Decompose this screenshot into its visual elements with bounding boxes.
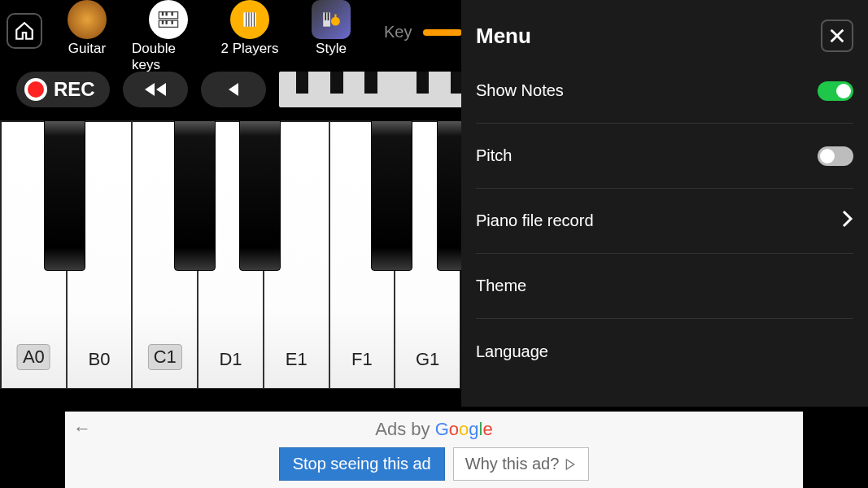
- menu-row-theme[interactable]: Theme: [476, 254, 853, 319]
- toolbar-item-guitar[interactable]: Guitar: [50, 0, 124, 57]
- key-label: Key: [384, 23, 412, 41]
- menu-title: Menu: [476, 24, 531, 49]
- black-key-0[interactable]: [44, 120, 85, 271]
- menu-row-label: Theme: [476, 277, 526, 295]
- svg-rect-13: [323, 12, 330, 26]
- menu-row-label: Piano file record: [476, 211, 594, 230]
- stop-ad-button[interactable]: Stop seeing this ad: [279, 447, 445, 481]
- slider-indicator[interactable]: [423, 29, 462, 36]
- svg-rect-5: [162, 20, 164, 24]
- note-label: B0: [89, 349, 111, 370]
- note-label: D1: [219, 349, 242, 370]
- close-button[interactable]: [821, 20, 853, 52]
- svg-rect-2: [166, 12, 168, 16]
- piano-keyboard: A0B0C1D1E1F1G1: [0, 120, 460, 389]
- ad-choices-icon: [564, 458, 577, 471]
- two-players-icon: [230, 0, 269, 39]
- toolbar-item-style[interactable]: Style: [294, 0, 368, 57]
- toolbar-label: Double keys: [132, 41, 205, 73]
- why-ad-label: Why this ad?: [465, 455, 560, 473]
- note-label: E1: [286, 349, 308, 370]
- toolbar-label: 2 Players: [221, 41, 279, 57]
- svg-rect-14: [325, 12, 326, 20]
- svg-rect-1: [162, 12, 164, 16]
- ad-back-icon[interactable]: ←: [73, 418, 91, 439]
- chevron-right-icon: [842, 210, 853, 233]
- record-button[interactable]: REC: [16, 72, 110, 107]
- toggle-show-notes[interactable]: [818, 81, 853, 101]
- home-button[interactable]: [7, 13, 42, 49]
- svg-rect-15: [328, 12, 329, 20]
- svg-rect-6: [166, 20, 168, 24]
- play-back-button[interactable]: [201, 72, 266, 107]
- menu-row-pitch[interactable]: Pitch: [476, 124, 853, 189]
- toolbar-item-2players[interactable]: 2 Players: [213, 0, 286, 57]
- toolbar-item-double-keys[interactable]: Double keys: [132, 0, 205, 73]
- menu-row-label: Pitch: [476, 146, 512, 165]
- record-icon: [24, 78, 47, 101]
- toggle-pitch[interactable]: [818, 146, 853, 166]
- black-key-3[interactable]: [371, 120, 412, 271]
- note-label: F1: [351, 349, 373, 370]
- toolbar-label: Guitar: [68, 41, 106, 57]
- style-icon: [312, 0, 351, 39]
- ad-banner: ← Ads by GoogleAds by Google Stop seeing…: [65, 412, 803, 488]
- note-label: G1: [416, 349, 439, 370]
- menu-row-show-notes[interactable]: Show Notes: [476, 59, 853, 124]
- double-keys-icon: [149, 0, 188, 39]
- ad-text: Ads by GoogleAds by Google: [375, 419, 492, 440]
- menu-row-language[interactable]: Language: [476, 319, 853, 384]
- note-label: C1: [148, 344, 182, 370]
- black-key-1[interactable]: [174, 120, 216, 271]
- svg-rect-7: [172, 20, 173, 24]
- guitar-icon: [68, 0, 107, 39]
- svg-marker-18: [145, 83, 155, 96]
- menu-row-label: Language: [476, 342, 548, 361]
- svg-marker-23: [567, 460, 574, 469]
- svg-marker-19: [156, 83, 166, 96]
- svg-marker-20: [229, 83, 238, 96]
- menu-row-label: Show Notes: [476, 81, 564, 100]
- menu-row-piano-file-record[interactable]: Piano file record: [476, 189, 853, 254]
- svg-rect-4: [159, 20, 177, 27]
- record-label: REC: [54, 78, 95, 101]
- rewind-button[interactable]: [123, 72, 188, 107]
- menu-panel: Menu Show NotesPitchPiano file recordThe…: [461, 0, 868, 407]
- svg-rect-3: [172, 12, 173, 16]
- svg-rect-0: [159, 12, 177, 19]
- toolbar-label: Style: [316, 41, 347, 57]
- svg-rect-17: [334, 15, 336, 20]
- black-key-2[interactable]: [239, 120, 281, 271]
- why-ad-button[interactable]: Why this ad?: [453, 447, 590, 481]
- note-label: A0: [17, 344, 50, 370]
